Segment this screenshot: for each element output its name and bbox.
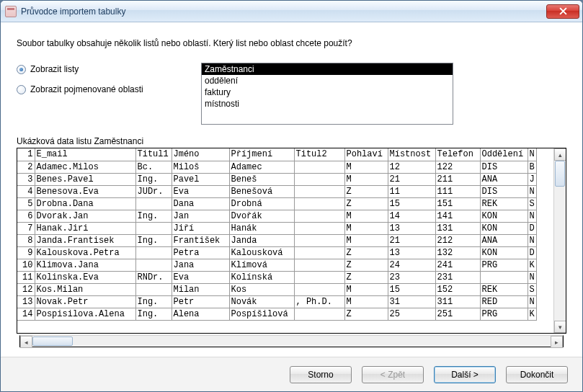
cell: Titul2 bbox=[294, 148, 344, 161]
back-button[interactable]: < Zpět bbox=[362, 366, 424, 383]
cell: Kalousková bbox=[229, 246, 294, 259]
cell: Kolinska.Eva bbox=[35, 271, 135, 283]
cell: Petr bbox=[172, 295, 229, 308]
table-row[interactable]: 11Kolinska.EvaRNDr.EvaKolínskáZ23231N bbox=[17, 271, 536, 283]
scroll-track[interactable] bbox=[32, 336, 551, 347]
table-row[interactable]: 5Drobna.DanaDanaDrobnáZ15151REKS bbox=[17, 197, 536, 210]
cell: Jan bbox=[172, 210, 229, 222]
row-number: 2 bbox=[17, 161, 35, 173]
cell: N bbox=[528, 271, 536, 283]
cell: 311 bbox=[435, 295, 480, 308]
cell: J bbox=[528, 173, 536, 185]
table-row[interactable]: 7Hanak.JiriJiříHanákM13131KOND bbox=[17, 222, 536, 234]
cell: 211 bbox=[435, 173, 480, 185]
cell: Ing. bbox=[135, 173, 172, 185]
row-number: 5 bbox=[17, 197, 35, 210]
cell: ANA bbox=[480, 173, 528, 185]
cell: JUDr. bbox=[135, 185, 172, 197]
scroll-thumb[interactable] bbox=[555, 161, 565, 187]
table-row[interactable]: 13Novak.PetrIng.PetrNovák, Ph.D.M31311RE… bbox=[17, 295, 536, 308]
table-row[interactable]: 9Kalouskova.PetraPetraKalouskováZ13132KO… bbox=[17, 246, 536, 259]
cell: Klímová bbox=[229, 259, 294, 271]
table-row[interactable]: 1E_mailTitul1JménoPříjmeníTitul2PohlavíM… bbox=[17, 148, 536, 161]
cell: , Ph.D. bbox=[294, 295, 344, 308]
row-number: 10 bbox=[17, 259, 35, 271]
table-row[interactable]: 10Klimova.JanaJanaKlímováZ24241PRGK bbox=[17, 259, 536, 271]
scroll-thumb[interactable] bbox=[32, 337, 73, 346]
cell: Alena bbox=[172, 308, 229, 320]
cell: D bbox=[528, 246, 536, 259]
radio-show-named-ranges[interactable]: Zobrazit pojmenované oblasti bbox=[17, 84, 168, 94]
next-button[interactable]: Další > bbox=[434, 366, 496, 383]
cell: N bbox=[528, 295, 536, 308]
scroll-left-icon[interactable]: ◂ bbox=[20, 336, 32, 348]
cell: REK bbox=[480, 283, 528, 295]
list-item[interactable]: místnosti bbox=[202, 98, 453, 110]
cell bbox=[135, 246, 172, 259]
sheet-listbox[interactable]: Zaměstnanci oddělení faktury místnosti bbox=[201, 63, 453, 125]
radio-group: Zobrazit listy Zobrazit pojmenované obla… bbox=[17, 63, 168, 94]
close-button[interactable] bbox=[546, 4, 579, 19]
cell bbox=[294, 283, 344, 295]
cell: Beneš bbox=[229, 173, 294, 185]
titlebar[interactable]: Průvodce importem tabulky bbox=[1, 1, 582, 22]
cell: Z bbox=[344, 246, 388, 259]
finish-button[interactable]: Dokončit bbox=[506, 366, 568, 383]
scroll-up-icon[interactable]: ▴ bbox=[554, 148, 566, 161]
cell bbox=[135, 283, 172, 295]
row-number: 7 bbox=[17, 222, 35, 234]
cell: RNDr. bbox=[135, 271, 172, 283]
cell: Benes.Pavel bbox=[35, 173, 135, 185]
close-icon bbox=[559, 7, 567, 15]
scroll-right-icon[interactable]: ▸ bbox=[551, 336, 563, 348]
radio-show-sheets[interactable]: Zobrazit listy bbox=[17, 64, 168, 74]
horizontal-scrollbar[interactable]: ◂ ▸ bbox=[19, 335, 564, 347]
cell: PRG bbox=[480, 259, 528, 271]
cell: Ing. bbox=[135, 295, 172, 308]
table-row[interactable]: 3Benes.PavelIng.PavelBenešM21211ANAJ bbox=[17, 173, 536, 185]
cell: 31 bbox=[388, 295, 435, 308]
scroll-track[interactable] bbox=[554, 161, 566, 321]
table-row[interactable]: 12Kos.MilanMilanKosM15152REKS bbox=[17, 283, 536, 295]
cell: Kos bbox=[229, 283, 294, 295]
cell: Jiří bbox=[172, 222, 229, 234]
cell: 13 bbox=[388, 246, 435, 259]
table-row[interactable]: 14Pospisilova.AlenaIng.AlenaPospíšilováZ… bbox=[17, 308, 536, 320]
cell: Hanák bbox=[229, 222, 294, 234]
cell: PRG bbox=[480, 308, 528, 320]
vertical-scrollbar[interactable]: ▴ ▾ bbox=[553, 148, 566, 333]
cell: František bbox=[172, 234, 229, 246]
list-item[interactable]: oddělení bbox=[202, 75, 453, 86]
table-row[interactable]: 4Benesova.EvaJUDr.EvaBenešováZ11111DISN bbox=[17, 185, 536, 197]
data-table[interactable]: 1E_mailTitul1JménoPříjmeníTitul2PohlavíM… bbox=[17, 148, 537, 321]
cell bbox=[294, 210, 344, 222]
cell: KON bbox=[480, 222, 528, 234]
radio-icon bbox=[17, 65, 26, 74]
cell: 111 bbox=[435, 185, 480, 197]
window-title: Průvodce importem tabulky bbox=[21, 6, 546, 17]
cell: B bbox=[528, 161, 536, 173]
cell: Oddělení bbox=[480, 148, 528, 161]
list-item[interactable]: faktury bbox=[202, 86, 453, 98]
cell: 12 bbox=[388, 161, 435, 173]
table-row[interactable]: 6Dvorak.JanIng.JanDvořákM14141KONN bbox=[17, 210, 536, 222]
cell: N bbox=[528, 185, 536, 197]
cell: Ing. bbox=[135, 210, 172, 222]
cancel-button[interactable]: Storno bbox=[290, 366, 352, 383]
list-item[interactable]: Zaměstnanci bbox=[202, 63, 453, 75]
cell: Jméno bbox=[172, 148, 229, 161]
cell: Pospisilova.Alena bbox=[35, 308, 135, 320]
cell: M bbox=[344, 283, 388, 295]
cell: DIS bbox=[480, 185, 528, 197]
cell: Pohlaví bbox=[344, 148, 388, 161]
cell: 231 bbox=[435, 271, 480, 283]
row-number: 13 bbox=[17, 295, 35, 308]
scroll-down-icon[interactable]: ▾ bbox=[554, 321, 566, 333]
cell: RED bbox=[480, 295, 528, 308]
row-number: 4 bbox=[17, 185, 35, 197]
table-row[interactable]: 2Adamec.MilosBc.MilošAdamecM12122DISB bbox=[17, 161, 536, 173]
table-row[interactable]: 8Janda.FrantisekIng.FrantišekJandaM21212… bbox=[17, 234, 536, 246]
radio-label: Zobrazit listy bbox=[30, 64, 79, 74]
cell: REK bbox=[480, 197, 528, 210]
cell: Miloš bbox=[172, 161, 229, 173]
